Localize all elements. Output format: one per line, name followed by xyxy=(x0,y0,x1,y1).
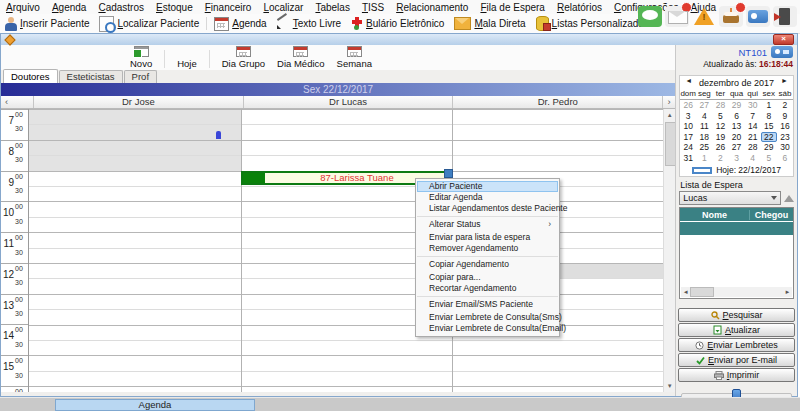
send-email-button[interactable]: Enviar por E-mail xyxy=(678,353,795,367)
waiting-list-doctor-select[interactable]: Lucas xyxy=(679,191,781,205)
calendar-day[interactable]: 15 xyxy=(761,121,777,132)
vertical-scrollbar[interactable]: ▲ ▼ xyxy=(663,109,675,392)
calendar-day[interactable]: 7 xyxy=(745,111,761,122)
context-menu-item[interactable]: Enviar Email/SMS Paciente xyxy=(417,296,558,312)
context-menu-item[interactable]: Editar Agenda xyxy=(417,192,558,203)
calendar-day[interactable]: 28 xyxy=(745,142,761,153)
menu-item[interactable]: Localizar xyxy=(257,2,309,13)
calendar-day[interactable]: 1 xyxy=(696,153,712,164)
warning-icon[interactable]: ! xyxy=(692,6,716,27)
calendar-day[interactable]: 8 xyxy=(761,111,777,122)
contacts-icon[interactable] xyxy=(746,6,770,27)
insert-patient-button[interactable]: Inserir Paciente xyxy=(0,15,94,33)
calendar-day[interactable]: 1 xyxy=(761,100,777,111)
today-label[interactable]: Hoje: 22/12/2017 xyxy=(716,165,781,175)
scroll-down-icon[interactable]: ▼ xyxy=(664,380,675,392)
scroll-left-icon[interactable]: ◄ xyxy=(681,289,690,295)
scrollbar-thumb[interactable] xyxy=(665,122,675,166)
calendar-day[interactable]: 24 xyxy=(680,142,696,153)
calendar-day[interactable]: 3 xyxy=(680,111,696,122)
context-menu-item[interactable]: Abrir Paciente xyxy=(417,181,558,192)
menu-item[interactable]: Cadastros xyxy=(92,2,150,13)
calendar-day[interactable]: 11 xyxy=(696,121,712,132)
column-header-dr-pedro[interactable]: Dr. Pedro xyxy=(452,96,662,108)
taskbar-tab-agenda[interactable]: Agenda xyxy=(55,399,255,411)
next-column-arrow[interactable]: › xyxy=(662,96,675,108)
calendar-day[interactable]: 26 xyxy=(680,100,696,111)
calendar-day[interactable]: 26 xyxy=(712,142,728,153)
mail-merge-button[interactable]: Mala Direta xyxy=(449,15,530,33)
logout-icon[interactable] xyxy=(773,6,797,27)
calendar-day[interactable]: 13 xyxy=(729,121,745,132)
calendar-day[interactable]: 18 xyxy=(696,132,712,143)
today-button[interactable]: Hoje xyxy=(171,45,203,70)
calendar-day[interactable]: 29 xyxy=(729,100,745,111)
new-button[interactable]: Novo xyxy=(124,45,158,70)
column-header-dr-lucas[interactable]: Dr Lucas xyxy=(243,96,453,108)
calendar-day[interactable]: 14 xyxy=(745,121,761,132)
calendar-day[interactable]: 9 xyxy=(777,111,793,122)
context-menu-item[interactable]: Enviar Lembrete de Consulta(Sms) xyxy=(417,312,558,323)
scroll-up-icon[interactable]: ▲ xyxy=(664,109,675,121)
drug-guide-button[interactable]: Bulário Eletrônico xyxy=(346,15,449,33)
close-button[interactable]: × xyxy=(773,34,794,45)
column-header-dr-jose[interactable]: Dr Jose xyxy=(33,96,243,108)
context-menu-item[interactable]: Enviar Lembrete de Consulta(Email) xyxy=(417,323,558,334)
day-doctor-button[interactable]: Dia Médico xyxy=(271,45,331,70)
calendar-day[interactable]: 25 xyxy=(696,142,712,153)
week-button[interactable]: Semana xyxy=(331,45,378,70)
calendar-day[interactable]: 3 xyxy=(729,153,745,164)
menu-item[interactable]: Relacionamento xyxy=(390,2,474,13)
calendar-day[interactable]: 29 xyxy=(761,142,777,153)
calendar-day[interactable]: 16 xyxy=(777,121,793,132)
column-nome[interactable]: Nome xyxy=(680,210,750,220)
calendar-day[interactable]: 19 xyxy=(712,132,728,143)
calendar-day[interactable]: 21 xyxy=(745,132,761,143)
context-menu-item[interactable]: Listar Agendamentos deste Paciente xyxy=(417,203,558,214)
tab[interactable]: Prof xyxy=(124,70,157,83)
mail-icon[interactable] xyxy=(665,6,689,27)
calendar-day[interactable]: 30 xyxy=(745,100,761,111)
calendar-day[interactable]: 27 xyxy=(729,142,745,153)
calendar-day[interactable]: 31 xyxy=(680,153,696,164)
prev-column-arrow[interactable]: ‹ xyxy=(1,96,33,108)
calendar-next-icon[interactable]: ► xyxy=(781,77,788,84)
calendar-day[interactable]: 12 xyxy=(712,121,728,132)
locate-patient-button[interactable]: Localizar Paciente xyxy=(94,15,204,33)
calendar-day[interactable]: 4 xyxy=(696,111,712,122)
context-menu-item[interactable]: Enviar para lista de espera xyxy=(417,232,558,243)
tab[interactable]: Esteticistas xyxy=(59,70,123,83)
scroll-right-icon[interactable]: ► xyxy=(783,289,792,295)
calendar-day[interactable]: 17 xyxy=(680,132,696,143)
waiting-list-table[interactable]: Nome Chegou ◄ ► xyxy=(679,207,794,299)
menu-item[interactable]: Financeiro xyxy=(199,2,258,13)
day-group-button[interactable]: Dia Grupo xyxy=(216,45,271,70)
chat-icon[interactable] xyxy=(638,6,662,27)
calendar-day[interactable]: 20 xyxy=(729,132,745,143)
menu-item[interactable]: Agenda xyxy=(46,2,92,13)
context-menu-item[interactable]: Alterar Status xyxy=(417,216,558,232)
calendar-day[interactable]: 27 xyxy=(696,100,712,111)
menu-item[interactable]: Tabelas xyxy=(309,2,355,13)
agenda-button[interactable]: Agenda xyxy=(209,15,271,33)
column-chegou[interactable]: Chegou xyxy=(750,210,793,220)
print-button[interactable]: Imprimir xyxy=(678,368,795,382)
send-reminders-button[interactable]: Enviar Lembretes xyxy=(678,338,795,352)
horizontal-scrollbar[interactable]: ◄ ► xyxy=(681,287,792,297)
user-card-icon[interactable] xyxy=(771,46,793,58)
menu-item[interactable]: Arquivo xyxy=(0,2,46,13)
context-menu-item[interactable]: Remover Agendamento xyxy=(417,243,558,254)
refresh-button[interactable]: Atualizar xyxy=(678,323,795,337)
context-menu-item[interactable]: Copiar Agendamento xyxy=(417,256,558,272)
scrollbar-thumb[interactable] xyxy=(690,287,714,297)
calendar-day[interactable]: 2 xyxy=(712,153,728,164)
selected-row[interactable] xyxy=(680,222,793,235)
calendar-day[interactable]: 6 xyxy=(777,153,793,164)
schedule-grid-body[interactable]: 87-Larissa Tuane xyxy=(29,109,664,392)
calendar-day[interactable]: 2 xyxy=(777,100,793,111)
calendar-day[interactable]: 30 xyxy=(777,142,793,153)
tab[interactable]: Doutores xyxy=(3,69,58,83)
free-text-button[interactable]: Texto Livre xyxy=(272,15,346,33)
calendar-day[interactable]: 5 xyxy=(712,111,728,122)
calendar-day[interactable]: 10 xyxy=(680,121,696,132)
